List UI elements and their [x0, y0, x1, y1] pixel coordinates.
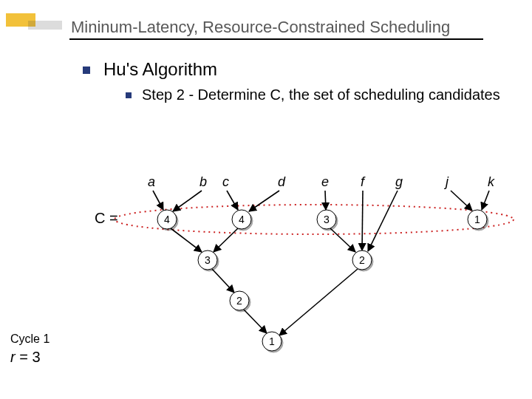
- svg-line-0: [153, 191, 163, 210]
- node-e: 3: [324, 214, 330, 225]
- dag-diagram: a b c d e f g j k C =: [0, 0, 532, 399]
- svg-line-12: [212, 269, 234, 293]
- svg-line-10: [214, 228, 238, 252]
- svg-line-9: [171, 228, 202, 252]
- label-f: f: [361, 174, 366, 189]
- node-l4: 1: [269, 335, 275, 347]
- svg-line-11: [330, 228, 355, 252]
- label-k: k: [488, 174, 495, 189]
- svg-line-14: [279, 269, 358, 335]
- label-j: j: [443, 174, 449, 189]
- svg-line-8: [482, 191, 489, 210]
- svg-line-2: [227, 191, 238, 210]
- label-c: c: [222, 174, 229, 189]
- node-l2b: 2: [359, 254, 365, 266]
- node-a-b: 4: [164, 214, 170, 225]
- slide: { "title": "Mininum-Latency, Resource-Co…: [0, 0, 532, 399]
- svg-line-5: [362, 191, 363, 250]
- node-l2a: 3: [205, 254, 211, 266]
- svg-line-4: [325, 191, 326, 210]
- svg-line-7: [451, 191, 472, 211]
- label-e: e: [321, 174, 329, 189]
- svg-line-6: [368, 191, 398, 251]
- label-g: g: [395, 174, 403, 189]
- label-b: b: [200, 174, 207, 189]
- svg-line-3: [249, 191, 279, 211]
- node-j-k: 1: [474, 214, 480, 225]
- svg-line-13: [244, 310, 267, 333]
- node-c-d: 4: [239, 214, 245, 225]
- node-l3: 2: [236, 295, 242, 307]
- label-d: d: [278, 174, 286, 189]
- label-a: a: [148, 174, 155, 189]
